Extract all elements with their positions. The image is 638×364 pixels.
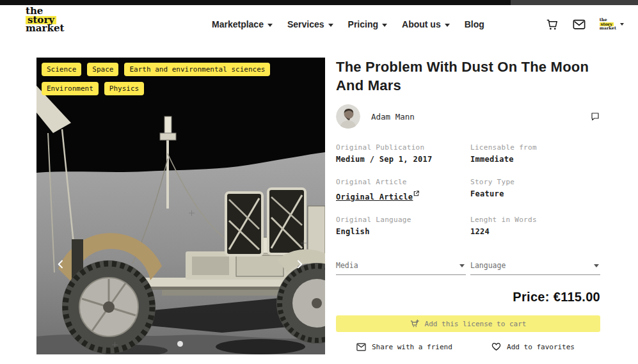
license-selectors: Media Language [336, 261, 600, 275]
tag-list: Science Space Earth and environmental sc… [42, 63, 321, 95]
author-avatar[interactable] [336, 104, 360, 129]
nav-item-about-us[interactable]: About us [402, 19, 450, 29]
add-to-cart-label: Add this license to cart [425, 320, 527, 328]
share-button[interactable]: Share with a friend [356, 343, 452, 351]
favorite-label: Add to favorites [507, 343, 575, 351]
nav-item-pricing[interactable]: Pricing [348, 19, 387, 29]
detail-label: Original Article [336, 178, 470, 186]
cart-icon[interactable] [545, 18, 559, 31]
nav-label: About us [402, 19, 441, 29]
story-market-product-page: the story market Marketplace Services Pr… [0, 0, 638, 364]
site-header: the story market Marketplace Services Pr… [0, 5, 638, 44]
price-row: Price:€115.00 [336, 290, 600, 305]
chevron-down-icon [620, 23, 624, 26]
heart-icon [491, 342, 501, 351]
header-actions: the story market [545, 5, 624, 44]
detail-value: 1224 [470, 227, 600, 236]
account-logo: the story market [600, 18, 616, 31]
story-image-carousel: Science Space Earth and environmental sc… [36, 58, 325, 354]
carousel-next-arrow[interactable] [294, 259, 305, 269]
mini-logo-line: market [600, 26, 616, 31]
language-select-label: Language [470, 261, 506, 270]
main-nav: Marketplace Services Pricing About us Bl… [212, 5, 484, 44]
original-article-link[interactable]: Original Article [336, 193, 413, 202]
detail-original-article: Original Article Original Article [336, 178, 470, 202]
tag-earth-environmental-sciences[interactable]: Earth and environmental sciences [124, 63, 270, 76]
nav-label: Services [287, 19, 324, 29]
media-select-label: Media [336, 261, 358, 270]
tag-space[interactable]: Space [87, 63, 118, 76]
mail-icon [356, 343, 366, 351]
detail-licensable-from: Licensable from Immediate [470, 143, 600, 164]
moon-rover-photo [36, 58, 325, 354]
story-details-grid: Original Publication Medium / Sep 1, 201… [336, 143, 600, 236]
chevron-down-icon [267, 24, 273, 27]
comment-icon[interactable] [590, 111, 600, 122]
detail-label: Story Type [470, 178, 600, 186]
share-label: Share with a friend [372, 343, 452, 351]
media-select[interactable]: Media [336, 261, 466, 275]
author-row: Adam Mann [336, 104, 600, 129]
carousel-prev-arrow[interactable] [56, 259, 66, 269]
tag-science[interactable]: Science [42, 63, 81, 76]
author-name[interactable]: Adam Mann [371, 112, 415, 122]
page-title: The Problem With Dust On The Moon And Ma… [336, 58, 600, 95]
detail-label: Licensable from [470, 143, 600, 152]
add-to-cart-button[interactable]: Add this license to cart [336, 315, 600, 332]
detail-value: English [336, 227, 470, 236]
detail-label: Lenght in Words [470, 216, 600, 224]
nav-item-services[interactable]: Services [287, 19, 333, 29]
carousel-dot[interactable] [177, 341, 183, 347]
site-logo[interactable]: the story market [26, 7, 64, 33]
tag-physics[interactable]: Physics [104, 82, 144, 95]
detail-label: Original Publication [336, 143, 470, 152]
price-label: Price: [513, 290, 549, 304]
chevron-down-icon [328, 24, 333, 27]
detail-original-publication: Original Publication Medium / Sep 1, 201… [336, 143, 470, 164]
detail-value: Immediate [470, 155, 600, 164]
cart-plus-icon [410, 319, 419, 328]
detail-label: Original Language [336, 216, 470, 224]
detail-value: Medium / Sep 1, 2017 [336, 155, 470, 164]
logo-line-market: market [26, 24, 64, 33]
price-value: €115.00 [554, 290, 600, 304]
nav-label: Pricing [348, 19, 378, 29]
nav-label: Blog [465, 19, 484, 29]
nav-item-marketplace[interactable]: Marketplace [212, 19, 273, 29]
top-progress-bar [0, 0, 638, 5]
add-to-favorites-button[interactable]: Add to favorites [491, 342, 575, 351]
tag-environment[interactable]: Environment [42, 82, 99, 95]
nav-label: Marketplace [212, 19, 264, 29]
detail-value: Feature [470, 189, 600, 198]
chevron-down-icon [594, 264, 599, 267]
secondary-actions: Share with a friend Add to favorites [336, 342, 600, 351]
detail-length-in-words: Lenght in Words 1224 [470, 216, 600, 236]
story-detail-panel: The Problem With Dust On The Moon And Ma… [336, 58, 600, 351]
chevron-down-icon [445, 24, 450, 27]
mail-icon[interactable] [572, 18, 586, 31]
external-link-icon [413, 189, 419, 198]
account-menu[interactable]: the story market [600, 18, 624, 31]
detail-original-language: Original Language English [336, 216, 470, 236]
detail-story-type: Story Type Feature [470, 178, 600, 202]
chevron-down-icon [382, 24, 387, 27]
nav-item-blog[interactable]: Blog [465, 19, 484, 29]
chevron-down-icon [459, 264, 465, 267]
language-select[interactable]: Language [470, 261, 600, 275]
